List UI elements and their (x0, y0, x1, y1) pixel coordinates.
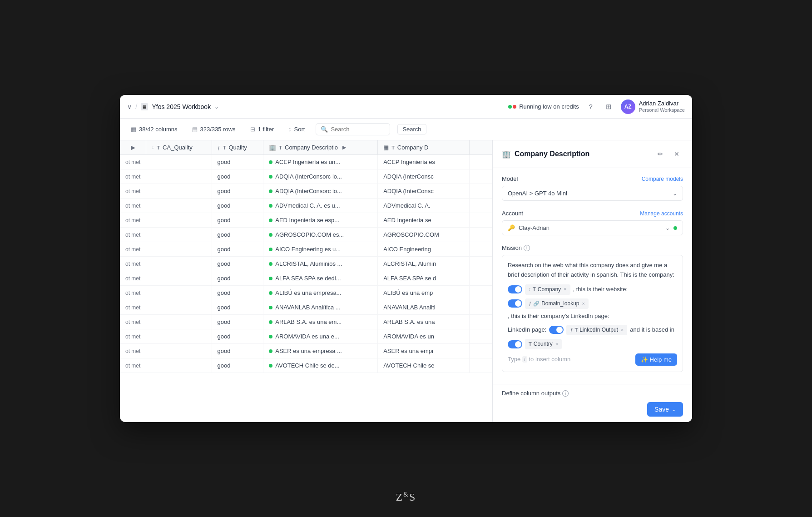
define-outputs-text: Define column outputs (502, 390, 560, 397)
row-ca-quality-cell (146, 315, 212, 329)
panel-title: 🏢 Company Description (502, 150, 589, 159)
linkedin-tag-label: LinkedIn Output (579, 326, 618, 334)
col-header-company-desc[interactable]: 🏢 T Company Descriptio ▶ (263, 140, 378, 155)
company-d2-icon: ▦ (383, 144, 389, 151)
panel-close-button[interactable]: ✕ (670, 148, 683, 160)
user-workspace: Personal Workspace (639, 107, 685, 113)
row-status-cell: ot met (120, 228, 146, 242)
row-company-d2-cell: ASER es una empr (378, 344, 469, 358)
define-outputs-label: Define column outputs i (502, 390, 683, 397)
columns-toggle[interactable]: ▦ 38/42 columns (127, 124, 181, 134)
tag-type-icon: T (533, 285, 536, 293)
account-chevron-icon: ⌄ (665, 225, 670, 231)
breadcrumb-sep: / (135, 103, 137, 111)
user-info: AZ Adrian Zaldivar Personal Workspace (621, 99, 685, 114)
row-status-dot (269, 233, 272, 237)
row-company-desc-cell: ACEP Ingeniería es un... (263, 155, 378, 169)
compare-models-link[interactable]: Compare models (642, 176, 683, 182)
row-extra-cell (469, 242, 492, 257)
define-outputs-info-icon[interactable]: i (562, 390, 569, 397)
col-header-ca-quality[interactable]: ↕ T CA_Quality (146, 140, 212, 155)
row-status-dot (269, 364, 272, 368)
save-history-icon-btn[interactable]: ⊞ (603, 100, 615, 113)
model-section: Model Compare models OpenAI > GPT 4o Min… (502, 175, 683, 201)
model-section-header: Model Compare models (502, 175, 683, 182)
workbook-chevron-icon[interactable]: ⌄ (214, 104, 219, 110)
tag-sort-icon: ↕ (529, 286, 531, 293)
filter-icon: ⊟ (250, 126, 255, 133)
row-ca-quality-cell (146, 344, 212, 358)
model-value: OpenAI > GPT 4o Mini (508, 190, 567, 197)
panel-edit-button[interactable]: ✏ (654, 148, 667, 160)
row-status-dot (269, 189, 272, 193)
row-ca-quality-cell (146, 300, 212, 315)
rows-toggle[interactable]: ▤ 323/335 rows (188, 124, 239, 134)
col-header-company-d2[interactable]: ▦ T Company D (378, 140, 469, 155)
row-extra-cell (469, 184, 492, 199)
row-company-d2-cell: ARLAB S.A. es una (378, 315, 469, 329)
table-row: ot met good ALIBÚ es una empresa... ALIB… (120, 286, 492, 300)
row-ca-quality-cell (146, 155, 212, 169)
search-button[interactable]: Search (397, 124, 426, 134)
manage-accounts-link[interactable]: Manage accounts (640, 210, 683, 217)
type-text-icon2: T (223, 145, 226, 150)
row-company-desc-cell: ANAVANLAB Analítica ... (263, 300, 378, 315)
table-row: ot met good AROMAVIDA es una e... AROMAV… (120, 329, 492, 344)
help-me-button[interactable]: ✨ Help me (635, 353, 677, 366)
sort-button[interactable]: ↕ Sort (285, 124, 308, 134)
help-icon-btn[interactable]: ? (584, 100, 597, 113)
row-quality-cell: good (212, 271, 263, 286)
row-status-dot (269, 306, 272, 309)
search-input[interactable] (331, 126, 385, 133)
row-status-cell: ot met (120, 169, 146, 184)
linkedin-tag-close[interactable]: × (621, 326, 624, 334)
model-label: Model (502, 175, 518, 182)
main-content: ▶ ↕ T CA_Quality ƒ T (120, 140, 692, 422)
mission-tag-row-4: T Country × (508, 339, 677, 349)
table-header-row: ▶ ↕ T CA_Quality ƒ T (120, 140, 492, 155)
row-company-desc-cell: ADQIA (InterConsorc io... (263, 184, 378, 199)
table-row: ot met good ADQIA (InterConsorc io... AD… (120, 184, 492, 199)
filter-button[interactable]: ⊟ 1 filter (247, 124, 277, 134)
account-section: Account Manage accounts 🔑 Clay-Adrian ⌄ (502, 210, 683, 235)
row-extra-cell (469, 257, 492, 271)
row-extra-cell (469, 155, 492, 169)
model-select[interactable]: OpenAI > GPT 4o Mini ⌄ (502, 186, 683, 201)
account-select[interactable]: 🔑 Clay-Adrian ⌄ (502, 220, 683, 235)
table-row: ot met good AED Ingeniería se esp... AED… (120, 213, 492, 228)
mission-box[interactable]: Research on the web what this company do… (502, 255, 683, 372)
row-company-d2-cell: ALFA SEA SPA se d (378, 271, 469, 286)
credits-label: Running low on credits (519, 103, 579, 110)
col-header-quality[interactable]: ƒ T Quality (212, 140, 263, 155)
col-label-company-desc: Company Descriptio (285, 144, 338, 151)
account-label: Account (502, 210, 523, 217)
domain-toggle[interactable] (508, 299, 522, 308)
row-company-desc-cell: ALIBÚ es una empresa... (263, 286, 378, 300)
window-collapse-icon[interactable]: ∨ (127, 103, 132, 110)
company-toggle[interactable] (508, 285, 522, 293)
row-quality-cell: good (212, 169, 263, 184)
row-status-dot (269, 349, 272, 353)
row-ca-quality-cell (146, 271, 212, 286)
columns-icon: ▦ (131, 126, 136, 133)
country-tag-close[interactable]: × (555, 340, 558, 348)
table-row: ot met good ACEP Ingeniería es un... ACE… (120, 155, 492, 169)
credits-icon (508, 105, 516, 109)
workbook-icon: ▦ (141, 103, 148, 110)
domain-tag-close[interactable]: × (582, 300, 585, 308)
credits-badge: Running low on credits (508, 103, 579, 110)
row-quality-cell: good (212, 329, 263, 344)
mission-info-icon[interactable]: i (524, 245, 530, 251)
linkedin-toggle[interactable] (549, 326, 564, 334)
company-description-panel: 🏢 Company Description ✏ ✕ Model Compare … (492, 140, 692, 422)
mission-tag-row-2: ƒ 🔗 Domain_lookup × , this is their comp… (508, 298, 677, 321)
col-play-icon[interactable]: ▶ (342, 144, 346, 150)
rows-icon: ▤ (192, 126, 198, 133)
company-tag-close[interactable]: × (564, 285, 566, 293)
save-button[interactable]: Save ⌄ (647, 402, 683, 417)
row-status-dot (269, 335, 272, 338)
play-all-icon[interactable]: ▶ (131, 144, 135, 151)
domain-tag-label: Domain_lookup (541, 299, 579, 308)
row-status-dot (269, 248, 272, 251)
country-toggle[interactable] (508, 340, 522, 348)
